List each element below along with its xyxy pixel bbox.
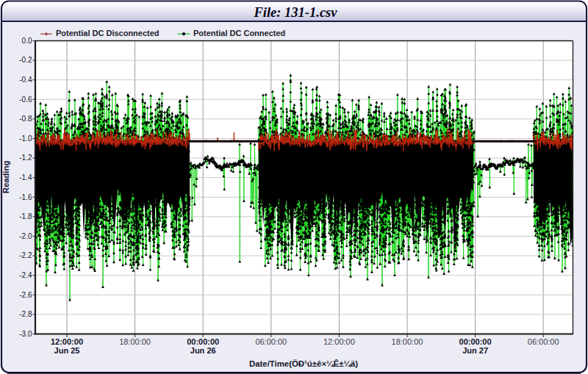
svg-text:06:00:00: 06:00:00 (255, 337, 287, 346)
svg-text:Potential DC Connected: Potential DC Connected (193, 29, 285, 37)
svg-text:00:00:00: 00:00:00 (187, 337, 219, 346)
svg-text:-2.6: -2.6 (19, 291, 32, 299)
svg-text:-0.2: -0.2 (19, 56, 32, 64)
svg-text:18:00:00: 18:00:00 (392, 337, 423, 346)
svg-text:-1.4: -1.4 (19, 173, 32, 181)
svg-text:-1.6: -1.6 (19, 193, 32, 201)
svg-text:Date/Time(ÖÐ¹ú±ê×¼Ê±¼ä): Date/Time(ÖÐ¹ú±ê×¼Ê±¼ä) (249, 359, 358, 368)
svg-text:-2.8: -2.8 (19, 310, 32, 318)
svg-text:File: 131-1.csv: File: 131-1.csv (253, 5, 337, 20)
svg-text:-1.2: -1.2 (19, 154, 32, 162)
svg-text:-2.0: -2.0 (19, 232, 32, 240)
svg-text:Jun 25: Jun 25 (54, 346, 80, 355)
svg-text:Reading: Reading (1, 161, 10, 194)
svg-text:-1.0: -1.0 (19, 134, 32, 143)
svg-text:0.0: 0.0 (22, 37, 32, 45)
svg-text:18:00:00: 18:00:00 (119, 337, 151, 346)
svg-text:-0.4: -0.4 (19, 76, 32, 84)
svg-text:-1.8: -1.8 (19, 212, 32, 220)
svg-text:Jun 27: Jun 27 (462, 346, 488, 355)
svg-text:-0.8: -0.8 (19, 115, 32, 123)
svg-text:00:00:00: 00:00:00 (459, 337, 492, 346)
svg-text:Jun 26: Jun 26 (190, 346, 216, 355)
svg-text:06:00:00: 06:00:00 (528, 337, 559, 346)
svg-text:12:00:00: 12:00:00 (51, 337, 83, 346)
svg-text:-2.2: -2.2 (19, 251, 32, 259)
svg-text:-2.4: -2.4 (19, 271, 32, 279)
svg-text:-0.6: -0.6 (19, 96, 32, 104)
svg-text:Potential DC Disconnected: Potential DC Disconnected (56, 29, 159, 37)
svg-text:-3.0: -3.0 (19, 330, 32, 338)
svg-text:12:00:00: 12:00:00 (323, 337, 355, 346)
